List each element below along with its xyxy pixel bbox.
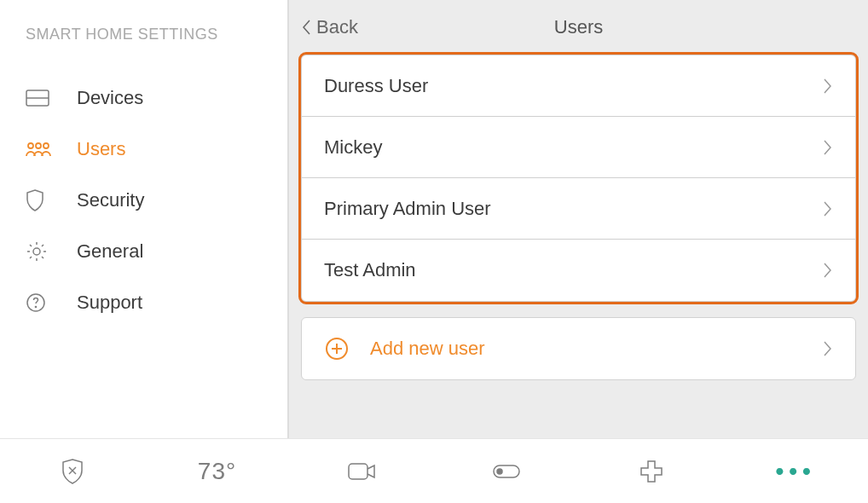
sidebar-item-users[interactable]: Users <box>26 124 287 175</box>
users-icon <box>26 141 56 158</box>
svg-point-15 <box>497 469 502 474</box>
user-name: Mickey <box>324 136 823 159</box>
footer-toggle-button[interactable] <box>434 464 579 479</box>
sidebar-item-label: General <box>77 240 143 263</box>
user-row[interactable]: Test Admin <box>302 240 855 301</box>
help-icon <box>26 292 56 313</box>
user-name: Test Admin <box>324 259 823 281</box>
shield-icon <box>26 189 56 211</box>
svg-point-5 <box>33 248 40 255</box>
svg-point-7 <box>35 306 36 307</box>
page-title: Users <box>289 16 868 38</box>
svg-point-4 <box>43 143 49 148</box>
shield-x-icon <box>61 458 84 485</box>
sidebar-item-support[interactable]: Support <box>26 277 287 328</box>
sidebar-item-general[interactable]: General <box>26 226 287 277</box>
sidebar-item-label: Support <box>77 292 142 314</box>
footer-emergency-button[interactable] <box>579 460 724 483</box>
svg-point-3 <box>36 143 41 148</box>
chevron-right-icon <box>823 139 833 156</box>
sidebar-list: Devices Users Security <box>26 72 287 328</box>
toggle-icon <box>492 464 521 479</box>
camera-icon <box>347 462 376 481</box>
sidebar-item-security[interactable]: Security <box>26 175 287 226</box>
plus-circle-icon <box>324 336 350 361</box>
devices-icon <box>26 90 56 107</box>
add-user-label: Add new user <box>370 338 823 360</box>
footer-more-button[interactable]: ••• <box>723 458 868 485</box>
chevron-right-icon <box>823 78 833 95</box>
user-name: Primary Admin User <box>324 198 823 220</box>
footer-bar: 73° ••• <box>0 438 868 503</box>
sidebar: SMART HOME SETTINGS Devices Users <box>0 0 289 438</box>
sidebar-item-label: Users <box>77 138 125 160</box>
sidebar-title: SMART HOME SETTINGS <box>26 26 287 43</box>
gear-icon <box>26 240 56 263</box>
sidebar-item-devices[interactable]: Devices <box>26 72 287 124</box>
user-row[interactable]: Duress User <box>302 55 855 117</box>
user-row[interactable]: Mickey <box>302 117 855 178</box>
chevron-right-icon <box>823 340 833 357</box>
footer-disarm-button[interactable] <box>0 458 145 485</box>
footer-camera-button[interactable] <box>289 462 434 481</box>
back-label: Back <box>316 16 358 38</box>
back-button[interactable]: Back <box>289 16 358 38</box>
chevron-right-icon <box>823 200 833 217</box>
users-list-panel: Duress User Mickey Primary Admin User <box>301 55 856 302</box>
more-dots-icon: ••• <box>775 458 815 485</box>
content-header: Back Users <box>289 0 868 55</box>
sidebar-item-label: Security <box>77 189 144 211</box>
svg-point-2 <box>28 143 33 148</box>
sidebar-item-label: Devices <box>77 87 143 109</box>
plus-cross-icon <box>639 460 663 483</box>
add-user-panel: Add new user <box>301 317 856 380</box>
chevron-right-icon <box>823 262 833 279</box>
svg-rect-13 <box>349 464 367 479</box>
add-user-button[interactable]: Add new user <box>302 318 855 379</box>
content-pane: Back Users Duress User Mickey <box>289 0 868 438</box>
footer-temperature[interactable]: 73° <box>145 458 290 485</box>
user-name: Duress User <box>324 75 823 97</box>
chevron-left-icon <box>301 19 311 36</box>
user-row[interactable]: Primary Admin User <box>302 178 855 240</box>
